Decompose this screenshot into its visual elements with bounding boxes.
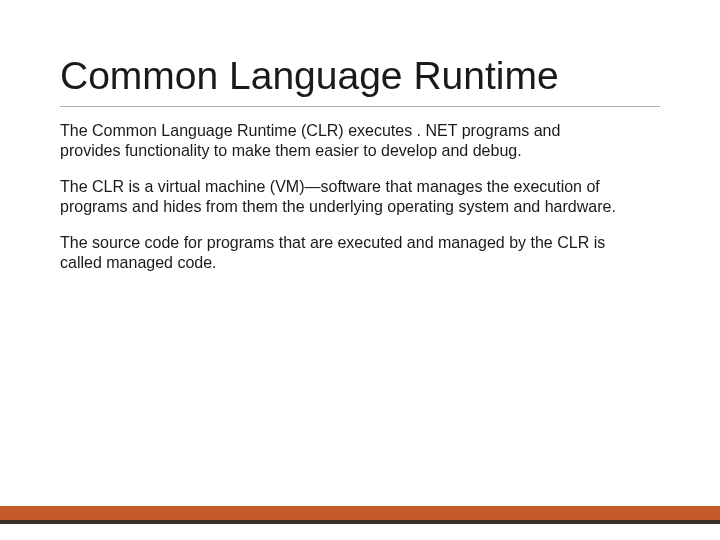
slide-title: Common Language Runtime (60, 55, 660, 107)
footer-accent-bar (0, 506, 720, 524)
footer-accent-orange (0, 506, 720, 520)
footer-accent-dark (0, 520, 720, 524)
slide-body: The Common Language Runtime (CLR) execut… (60, 121, 660, 273)
paragraph: The source code for programs that are ex… (60, 233, 620, 273)
paragraph: The CLR is a virtual machine (VM)—softwa… (60, 177, 620, 217)
paragraph: The Common Language Runtime (CLR) execut… (60, 121, 620, 161)
slide: Common Language Runtime The Common Langu… (0, 0, 720, 540)
